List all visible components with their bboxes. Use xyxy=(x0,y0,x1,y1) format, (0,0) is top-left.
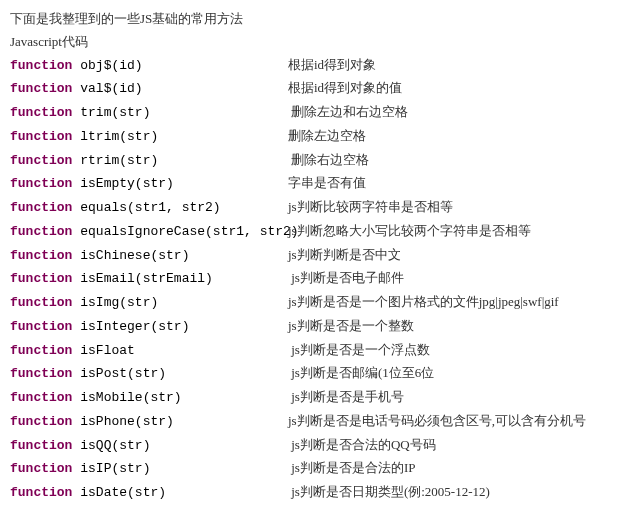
function-description: js判断是否合法的QQ号码 xyxy=(288,437,436,452)
function-name: ltrim(str) xyxy=(72,129,158,144)
function-row: function equals(str1, str2)js判断比较两字符串是否相… xyxy=(10,196,623,220)
function-description: 删除右边空格 xyxy=(288,152,369,167)
function-signature: function isPost(str) xyxy=(10,362,288,386)
function-name: isFloat xyxy=(72,343,134,358)
function-description: js判断是否是手机号 xyxy=(288,389,404,404)
keyword-function: function xyxy=(10,414,72,429)
keyword-function: function xyxy=(10,81,72,96)
keyword-function: function xyxy=(10,390,72,405)
function-row: function equalsIgnoreCase(str1, str2)js判… xyxy=(10,220,623,244)
function-name: rtrim(str) xyxy=(72,153,158,168)
function-description: js判断是否是一个图片格式的文件jpg|jpeg|swf|gif xyxy=(288,294,559,309)
function-list: function obj$(id)根据id得到对象function val$(i… xyxy=(10,54,623,506)
function-name: isMobile(str) xyxy=(72,390,181,405)
function-description: 删除左边空格 xyxy=(288,128,366,143)
lang-label: Javascript代码 xyxy=(10,31,623,54)
keyword-function: function xyxy=(10,295,72,310)
function-row: function val$(id)根据id得到对象的值 xyxy=(10,77,623,101)
function-signature: function isEmail(strEmail) xyxy=(10,267,288,291)
function-name: isIP(str) xyxy=(72,461,150,476)
function-row: function isEmpty(str)字串是否有值 xyxy=(10,172,623,196)
function-description: js判断是否是一个浮点数 xyxy=(288,342,430,357)
function-description: js判断比较两字符串是否相等 xyxy=(288,199,453,214)
function-name: isQQ(str) xyxy=(72,438,150,453)
function-signature: function rtrim(str) xyxy=(10,149,288,173)
function-row: function isInteger(str)js判断是否是一个整数 xyxy=(10,315,623,339)
function-row: function isMobile(str) js判断是否是手机号 xyxy=(10,386,623,410)
function-description: 字串是否有值 xyxy=(288,175,366,190)
keyword-function: function xyxy=(10,343,72,358)
function-signature: function equalsIgnoreCase(str1, str2) xyxy=(10,220,288,244)
keyword-function: function xyxy=(10,319,72,334)
function-description: 根据id得到对象的值 xyxy=(288,80,402,95)
function-row: function isChinese(str)js判断判断是否中文 xyxy=(10,244,623,268)
function-row: function obj$(id)根据id得到对象 xyxy=(10,54,623,78)
keyword-function: function xyxy=(10,105,72,120)
function-description: js判断判断是否中文 xyxy=(288,247,401,262)
function-name: obj$(id) xyxy=(72,58,142,73)
keyword-function: function xyxy=(10,271,72,286)
intro-line: 下面是我整理到的一些JS基础的常用方法 xyxy=(10,8,623,31)
function-signature: function val$(id) xyxy=(10,77,288,101)
function-description: js判断是否是一个整数 xyxy=(288,318,414,333)
function-signature: function isIP(str) xyxy=(10,457,288,481)
function-signature: function obj$(id) xyxy=(10,54,288,78)
function-signature: function isEmpty(str) xyxy=(10,172,288,196)
function-row: function trim(str) 删除左边和右边空格 xyxy=(10,101,623,125)
keyword-function: function xyxy=(10,248,72,263)
function-description: js判断是否是电话号码必须包含区号,可以含有分机号 xyxy=(288,413,586,428)
function-signature: function isPhone(str) xyxy=(10,410,288,434)
function-row: function isEmail(strEmail) js判断是否电子邮件 xyxy=(10,267,623,291)
function-description: 根据id得到对象 xyxy=(288,57,376,72)
function-name: isInteger(str) xyxy=(72,319,189,334)
function-signature: function ltrim(str) xyxy=(10,125,288,149)
function-description: js判断是否邮编(1位至6位 xyxy=(288,365,434,380)
function-description: js判断是否电子邮件 xyxy=(288,270,404,285)
function-name: isPost(str) xyxy=(72,366,166,381)
function-name: isEmail(strEmail) xyxy=(72,271,212,286)
function-signature: function isImg(str) xyxy=(10,291,288,315)
function-signature: function isDate(str) xyxy=(10,481,288,505)
keyword-function: function xyxy=(10,224,72,239)
function-signature: function isInteger(str) xyxy=(10,315,288,339)
function-signature: function isFloat xyxy=(10,339,288,363)
function-name: trim(str) xyxy=(72,105,150,120)
function-row: function rtrim(str) 删除右边空格 xyxy=(10,149,623,173)
keyword-function: function xyxy=(10,153,72,168)
keyword-function: function xyxy=(10,366,72,381)
function-description: js判断是否日期类型(例:2005-12-12) xyxy=(288,484,490,499)
function-signature: function isQQ(str) xyxy=(10,434,288,458)
keyword-function: function xyxy=(10,438,72,453)
keyword-function: function xyxy=(10,58,72,73)
function-row: function isImg(str)js判断是否是一个图片格式的文件jpg|j… xyxy=(10,291,623,315)
function-name: isDate(str) xyxy=(72,485,166,500)
keyword-function: function xyxy=(10,129,72,144)
function-signature: function isChinese(str) xyxy=(10,244,288,268)
function-name: isImg(str) xyxy=(72,295,158,310)
function-signature: function trim(str) xyxy=(10,101,288,125)
function-row: function isDate(str) js判断是否日期类型(例:2005-1… xyxy=(10,481,623,505)
keyword-function: function xyxy=(10,485,72,500)
function-signature: function isMobile(str) xyxy=(10,386,288,410)
keyword-function: function xyxy=(10,461,72,476)
function-description: 删除左边和右边空格 xyxy=(288,104,408,119)
function-row: function isFloat js判断是否是一个浮点数 xyxy=(10,339,623,363)
function-row: function isIP(str) js判断是否是合法的IP xyxy=(10,457,623,481)
function-signature: function equals(str1, str2) xyxy=(10,196,288,220)
function-description: js判断是否是合法的IP xyxy=(288,460,415,475)
function-name: val$(id) xyxy=(72,81,142,96)
function-name: isPhone(str) xyxy=(72,414,173,429)
function-description: js判断忽略大小写比较两个字符串是否相等 xyxy=(288,223,531,238)
function-row: function isPost(str) js判断是否邮编(1位至6位 xyxy=(10,362,623,386)
keyword-function: function xyxy=(10,200,72,215)
function-name: isEmpty(str) xyxy=(72,176,173,191)
function-name: isChinese(str) xyxy=(72,248,189,263)
function-name: equalsIgnoreCase(str1, str2) xyxy=(72,224,298,239)
function-name: equals(str1, str2) xyxy=(72,200,220,215)
keyword-function: function xyxy=(10,176,72,191)
function-row: function ltrim(str)删除左边空格 xyxy=(10,125,623,149)
function-row: function isQQ(str) js判断是否合法的QQ号码 xyxy=(10,434,623,458)
function-row: function isPhone(str)js判断是否是电话号码必须包含区号,可… xyxy=(10,410,623,434)
